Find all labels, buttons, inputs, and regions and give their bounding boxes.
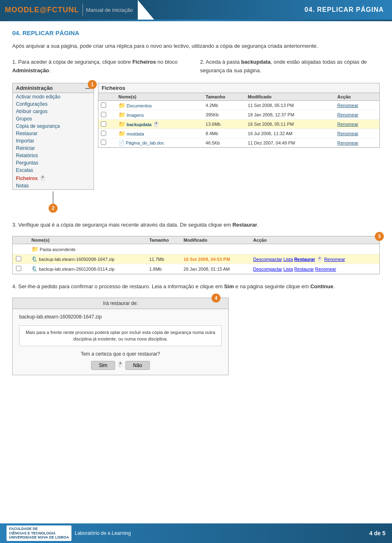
footer: FACULDADE DE CIÊNCIAS E TECNOLOGIA UNIVE…	[0, 523, 392, 543]
cell-size: 395Kb	[203, 110, 245, 120]
backup-table-header: Nome(s) Tamanho Modificado Acção	[13, 236, 379, 244]
bcell-check[interactable]	[13, 254, 28, 264]
bcell-name[interactable]: 🗜️ backup-lab.elearn-16092008-1647.zip	[28, 254, 146, 264]
sim-button[interactable]: Sim	[91, 361, 115, 370]
bcell-check[interactable]	[13, 264, 28, 274]
table-row: 📁 Imagens 395Kb 18 Jan 2008, 12:37 PM Re…	[98, 110, 379, 120]
cell-check[interactable]	[98, 138, 116, 147]
brand-title: MOODLE@FCTUNL	[5, 6, 79, 14]
admin-item-relatorios[interactable]: Relatórios	[13, 152, 94, 159]
col-size: Tamanho	[203, 93, 245, 101]
admin-item-notas[interactable]: Notas	[13, 182, 94, 189]
footer-logo: FACULDADE DE CIÊNCIAS E TECNOLOGIA UNIVE…	[7, 525, 71, 541]
header-page-ref: 04. REPLICAR PÁGINA	[305, 6, 384, 13]
main-content: 04. REPLICAR PÁGINA Após arquivar a sua …	[0, 21, 392, 416]
step1-col: 1. Para aceder à cópia de segurança, cli…	[12, 58, 192, 75]
admin-item-importar[interactable]: Importar	[13, 137, 94, 145]
step1-body: Para aceder à cópia de segurança, clique…	[12, 59, 178, 73]
header-divider	[82, 4, 83, 16]
cell-name[interactable]: 📁 backupdata 🖱️	[116, 120, 203, 129]
restore-dialog-body: backup-lab.elearn-16092008-1647.zip Mais…	[13, 309, 228, 375]
step1-num: 1.	[12, 59, 17, 65]
admin-item-grupos[interactable]: Grupos	[13, 115, 94, 122]
table-row: 📁 moddata 8.4Mb 16 Jul 2008, 11:32 AM Re…	[98, 129, 379, 138]
step3-block: 3. Verifique qual é a cópia de segurança…	[12, 221, 380, 229]
bcell-action[interactable]: Descompactar Lista Restaurar Renomear	[250, 264, 379, 274]
cell-check[interactable]	[98, 129, 116, 138]
admin-item-reiniciar[interactable]: Reiniciar	[13, 145, 94, 152]
cell-size: 13.6Mb	[203, 120, 245, 129]
step4-num: 4.	[12, 283, 17, 289]
admin-item-config[interactable]: Configurações	[13, 100, 94, 108]
bcol-name: Nome(s)	[28, 236, 146, 244]
cell-check[interactable]	[98, 110, 116, 120]
step4-body: Ser-lhe-á pedido para confirmar o proces…	[18, 283, 334, 289]
admin-item-activar[interactable]: Activar modo edição	[13, 93, 94, 100]
cell-name[interactable]: 📄 Página_do_lab.doc	[116, 138, 203, 147]
files-table-header: Nome(s) Tamanho Modificado Acção	[98, 93, 379, 101]
cell-size: 46.5Kb	[203, 138, 245, 147]
cell-name[interactable]: 📁 moddata	[116, 129, 203, 138]
step1-text: 1. Para aceder à cópia de segurança, cli…	[12, 58, 192, 75]
step-badge-4: 4	[212, 294, 220, 303]
cell-action[interactable]: Renomear	[335, 138, 379, 147]
backup-table: Nome(s) Tamanho Modificado Acção 📁 Pasta…	[13, 236, 379, 274]
cell-size: 8.4Mb	[203, 129, 245, 138]
admin-panel-wrapper: Administração — Activar modo edição Conf…	[12, 83, 94, 213]
files-panel-title: Ficheiros	[98, 83, 379, 93]
step-badge-1: 1	[88, 80, 97, 89]
header-left: MOODLE@FCTUNL Manual de iniciação	[0, 0, 138, 20]
cell-check[interactable]	[98, 120, 116, 129]
backup-panel: Nome(s) Tamanho Modificado Acção 📁 Pasta…	[12, 236, 380, 274]
footer-logo-line1: FACULDADE DE	[9, 527, 69, 531]
cell-action[interactable]: Renomear	[335, 101, 379, 110]
admin-item-perguntas[interactable]: Perguntas	[13, 159, 94, 167]
footer-logo-line3: UNIVERSIDADE NOVA DE LISBOA	[9, 535, 69, 540]
page-title: 04. REPLICAR PÁGINA	[12, 29, 380, 36]
restore-desc: Mais para a frente neste processo poderá…	[19, 325, 222, 346]
header-subtitle: Manual de iniciação	[86, 7, 133, 13]
bcell-name[interactable]: 🗜️ backup-lab.elearn-26012008-0114.zip	[28, 264, 146, 274]
footer-page-info: 4 de 5	[369, 530, 385, 536]
header: MOODLE@FCTUNL Manual de iniciação 04. RE…	[0, 0, 392, 20]
step3-num: 3.	[12, 222, 17, 228]
table-row-backupdata: 📁 backupdata 🖱️ 13.6Mb 16 Set 2008, 05:1…	[98, 120, 379, 129]
cell-action[interactable]: Renomear	[335, 120, 379, 129]
backup-row-1: 🗜️ backup-lab.elearn-16092008-1647.zip 1…	[13, 254, 379, 264]
cell-action[interactable]: Renomear	[335, 129, 379, 138]
restore-filename: backup-lab.elearn-16092008-1647.zip	[19, 314, 222, 320]
footer-left: FACULDADE DE CIÊNCIAS E TECNOLOGIA UNIVE…	[7, 525, 131, 541]
nao-button[interactable]: Não	[125, 361, 150, 370]
admin-item-copia[interactable]: Cópia de segurança	[13, 122, 94, 130]
bcol-action: Acção	[250, 236, 379, 244]
cell-name[interactable]: 📁 Imagens	[116, 110, 203, 120]
step3-text: 3. Verifique qual é a cópia de segurança…	[12, 221, 380, 229]
bcol-check	[13, 236, 28, 244]
admin-item-cargos[interactable]: Atribuir cargos	[13, 108, 94, 115]
backup-row-2: 🗜️ backup-lab.elearn-26012008-0114.zip 1…	[13, 264, 379, 274]
header-right: 04. REPLICAR PÁGINA	[138, 0, 392, 20]
restore-confirm: Tem a certeza que o quer restaurar?	[19, 351, 222, 357]
step2-text: 2. Aceda à pasta backupdata, onde estão …	[200, 58, 380, 75]
admin-item-restaurar[interactable]: Restaurar	[13, 130, 94, 137]
restore-dialog-title: Irá restaurar de:	[13, 298, 228, 309]
table-row: 📄 Página_do_lab.doc 46.5Kb 11 Dez 2007, …	[98, 138, 379, 147]
col-name: Nome(s)	[116, 93, 203, 101]
bcell-size: 1.8Mb	[146, 264, 180, 274]
admin-item-escalas[interactable]: Escalas	[13, 167, 94, 174]
cell-action[interactable]: Renomear	[335, 110, 379, 120]
steps-1-2-row: 1. Para aceder à cópia de segurança, cli…	[12, 58, 380, 75]
cell-check[interactable]	[98, 101, 116, 110]
bcell-pasta[interactable]: 📁 Pasta ascendente	[28, 244, 379, 254]
step-badge-2: 2	[49, 204, 58, 213]
restore-section: Irá restaurar de: backup-lab.elearn-1609…	[12, 298, 380, 375]
bcell-action[interactable]: Descompactar Lista Restaurar 🖱️ Renomear	[250, 254, 379, 264]
bcell-modified: 16 Set 2008, 04:53 PM	[180, 254, 250, 264]
admin-panel: Administração — Activar modo edição Conf…	[12, 83, 94, 190]
files-table: Nome(s) Tamanho Modificado Acção 📁 Docum…	[98, 93, 379, 147]
restore-dialog: Irá restaurar de: backup-lab.elearn-1609…	[12, 298, 229, 375]
admin-item-ficheiros[interactable]: Ficheiros 🖱️	[13, 174, 94, 182]
cell-modified: 11 Set 2008, 05:13 PM	[245, 101, 335, 110]
cell-name[interactable]: 📁 Documentos	[116, 101, 203, 110]
step4-text: 4. Ser-lhe-á pedido para confirmar o pro…	[12, 283, 380, 291]
